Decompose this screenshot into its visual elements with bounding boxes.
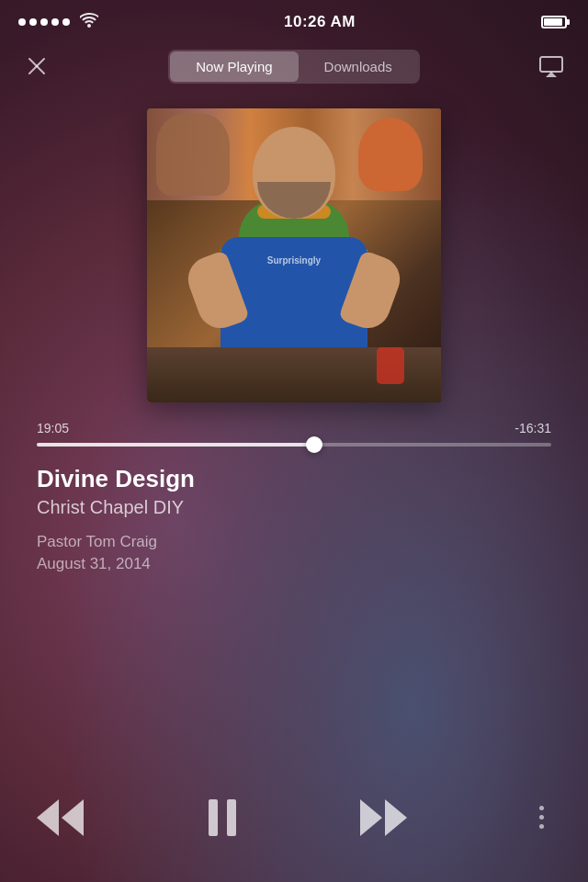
playback-controls (0, 780, 588, 882)
close-button[interactable] (18, 48, 55, 85)
album-art-inner: Surprisingly (147, 108, 441, 402)
pause-button[interactable] (209, 799, 236, 836)
battery-icon (541, 16, 567, 28)
svg-rect-2 (540, 57, 562, 72)
signal-dot-1 (18, 18, 26, 26)
skip-fwd-triangle-1 (360, 799, 382, 836)
skip-fwd-triangle-2 (385, 799, 407, 836)
close-icon (27, 56, 47, 76)
track-date: August 31, 2014 (37, 555, 551, 573)
skip-back-triangle-2 (62, 799, 84, 836)
more-dot-2 (539, 815, 544, 820)
pause-bar-right (227, 799, 236, 836)
signal-dot-2 (29, 18, 37, 26)
airplay-icon (538, 55, 564, 77)
status-left (18, 13, 98, 32)
more-options-button[interactable] (532, 798, 551, 836)
track-artist: Christ Chapel DIY (37, 497, 551, 518)
header: Now Playing Downloads (0, 40, 588, 99)
remaining-time: -16:31 (514, 421, 551, 435)
signal-dot-3 (40, 18, 48, 26)
track-title: Divine Design (37, 465, 551, 493)
airplay-button[interactable] (533, 48, 570, 85)
skip-back-button[interactable] (37, 799, 84, 836)
signal-dot-4 (51, 18, 59, 26)
skip-forward-button[interactable] (360, 799, 407, 836)
status-bar: 10:26 AM (0, 0, 588, 40)
tab-group: Now Playing Downloads (168, 50, 420, 84)
skip-back-icon (37, 799, 84, 836)
battery-fill (544, 18, 562, 26)
tab-now-playing[interactable]: Now Playing (170, 51, 298, 82)
face (253, 127, 335, 219)
pause-bar-left (209, 799, 218, 836)
time-labels: 19:05 -16:31 (37, 421, 551, 435)
album-art-container: Surprisingly (0, 99, 588, 421)
current-time: 19:05 (37, 421, 69, 435)
progress-thumb[interactable] (306, 436, 322, 453)
more-dot-1 (539, 806, 544, 810)
pause-icon (209, 799, 236, 836)
signal-dot-5 (62, 18, 70, 26)
status-time: 10:26 AM (284, 13, 356, 31)
progress-fill (37, 443, 314, 447)
progress-bar[interactable] (37, 443, 551, 447)
skip-back-triangle-1 (37, 799, 59, 836)
track-info: Divine Design Christ Chapel DIY Pastor T… (0, 465, 588, 592)
status-right (541, 16, 570, 28)
track-pastor: Pastor Tom Craig (37, 533, 551, 551)
wifi-icon (80, 13, 98, 32)
album-art: Surprisingly (147, 108, 441, 402)
progress-section: 19:05 -16:31 (0, 421, 588, 465)
skip-forward-icon (360, 799, 407, 836)
tab-downloads[interactable]: Downloads (299, 51, 418, 82)
signal-dots (18, 18, 70, 26)
more-dot-3 (539, 824, 544, 829)
